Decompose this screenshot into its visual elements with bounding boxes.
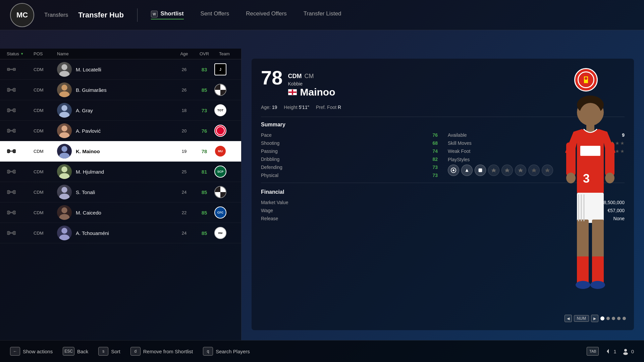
- player-ovr: 76: [194, 128, 214, 134]
- player-ovr: 85: [194, 230, 214, 236]
- player-first-name: Kobbie: [288, 81, 335, 86]
- svg-marker-74: [607, 349, 609, 354]
- status-icon: [7, 85, 16, 95]
- player-age: 25: [174, 169, 194, 174]
- sort-arrow-icon: ▼: [20, 52, 24, 56]
- svg-rect-62: [592, 220, 604, 260]
- player-pos: CDM: [34, 231, 57, 236]
- player-age: 24: [174, 190, 194, 195]
- status-icon: [7, 146, 16, 156]
- status-cell: [7, 65, 34, 74]
- svg-point-66: [590, 281, 605, 289]
- playstyle-icon-3: [475, 165, 486, 176]
- player-team: CFC: [214, 206, 234, 219]
- player-row[interactable]: CDM B. Guimarães 26 85: [0, 80, 241, 100]
- player-team: SCP: [214, 166, 234, 178]
- playstyle-icon-2: [461, 165, 473, 176]
- player-row[interactable]: CDM M. Caicedo 22 85 CFC: [0, 202, 241, 223]
- player-row[interactable]: CDM A. Pavlović 20 76: [0, 121, 241, 141]
- player-pos: CDM: [34, 67, 57, 72]
- key-arrow-icon: ←: [10, 347, 20, 356]
- nav-transfers[interactable]: Transfers: [44, 12, 68, 18]
- stat-passing: Passing 74: [261, 148, 438, 154]
- count-1: 1: [613, 349, 616, 354]
- svg-point-18: [12, 129, 16, 132]
- player-age: 26: [174, 87, 194, 93]
- player-avatar: [57, 226, 72, 240]
- player-age: 22: [174, 210, 194, 215]
- svg-point-8: [12, 88, 16, 92]
- svg-text:3: 3: [583, 172, 590, 185]
- svg-point-28: [12, 170, 16, 173]
- prev-btn[interactable]: ◀: [565, 315, 572, 322]
- svg-point-27: [7, 170, 10, 173]
- playstyle-icon-1: [448, 165, 459, 176]
- svg-point-30: [61, 167, 67, 173]
- svg-point-4: [13, 68, 15, 71]
- stat-shooting: Shooting 68: [261, 140, 438, 146]
- svg-rect-19: [10, 130, 13, 131]
- top-nav: MC Transfers Transfer Hub W Shortlist Se…: [0, 0, 644, 30]
- player-name: B. Guimarães: [76, 87, 174, 93]
- player-row-selected[interactable]: CDM K. Mainoo 19 78 MU: [0, 141, 241, 162]
- status-icon: [7, 208, 16, 217]
- player-avatar: [57, 103, 72, 118]
- player-age: 26: [174, 67, 194, 72]
- nav-hub: Transfer Hub: [78, 11, 124, 19]
- height-label: Height 5'11": [284, 105, 309, 110]
- col-header-name: Name: [57, 51, 174, 56]
- status-icon: [7, 228, 16, 238]
- pos-primary: CDM: [288, 73, 302, 80]
- person-icon: [622, 348, 629, 355]
- num-badge: NUM: [574, 315, 589, 322]
- svg-point-31: [59, 173, 70, 179]
- svg-point-5: [61, 64, 67, 70]
- svg-point-33: [12, 190, 16, 194]
- england-flag-icon: [288, 89, 297, 95]
- next-btn[interactable]: ▶: [591, 315, 598, 322]
- svg-point-68: [566, 173, 576, 183]
- svg-rect-61: [577, 220, 589, 260]
- player-age: 24: [174, 231, 194, 236]
- key-esc-icon: ESC: [63, 347, 74, 356]
- player-row[interactable]: CDM S. Tonali 24 85: [0, 182, 241, 202]
- foot-label: Pref. Foot R: [316, 105, 341, 110]
- player-pos: CDM: [34, 87, 57, 93]
- player-row[interactable]: CDM M. Hjulmand 25 81 SCP: [0, 162, 241, 182]
- svg-rect-24: [10, 150, 13, 152]
- player-detail-name: Kobbie Mainoo: [288, 81, 335, 98]
- player-age: 19: [174, 149, 194, 154]
- tab-sent-offers[interactable]: Sent Offers: [201, 10, 229, 20]
- right-panel: 78 CDM CM Kobbie Mainoo: [241, 49, 644, 340]
- tab-received-offers[interactable]: Received Offers: [246, 10, 287, 20]
- svg-rect-48: [479, 169, 482, 172]
- tab-shortlist[interactable]: W Shortlist: [151, 10, 184, 20]
- svg-rect-69: [605, 142, 614, 176]
- svg-point-70: [605, 173, 614, 183]
- svg-point-10: [61, 85, 67, 91]
- svg-point-12: [7, 109, 10, 112]
- svg-point-26: [59, 153, 70, 159]
- status-icon: [7, 187, 16, 197]
- back-action: ESC Back: [63, 347, 88, 356]
- dot-4: [617, 317, 621, 320]
- player-pos: CDM: [34, 210, 57, 215]
- player-row[interactable]: CDM M. Locatelli 26 83 J: [0, 59, 241, 80]
- svg-point-11: [59, 91, 70, 97]
- player-row[interactable]: CDM A. Gray 18 73 TOT: [0, 100, 241, 121]
- player-row[interactable]: CDM A. Tchouaméni 24 85 RM: [0, 223, 241, 243]
- svg-point-23: [12, 149, 16, 153]
- svg-rect-44: [10, 232, 13, 233]
- dot-5: [623, 317, 626, 320]
- tab-transfer-listed[interactable]: Transfer Listed: [304, 10, 341, 20]
- svg-point-15: [61, 105, 67, 111]
- player-avatar: [57, 82, 72, 97]
- player-avatar: [57, 164, 72, 179]
- search-action: q Search Players: [203, 347, 250, 356]
- list-header: Status ▼ POS Name Age OVR Team: [0, 49, 241, 59]
- svg-point-38: [12, 211, 16, 214]
- status-icon: [7, 65, 16, 74]
- svg-point-56: [580, 103, 601, 126]
- svg-point-13: [12, 109, 16, 112]
- stats-left: Pace 76 Shooting 68 Passing 74 Dribbling…: [261, 132, 438, 178]
